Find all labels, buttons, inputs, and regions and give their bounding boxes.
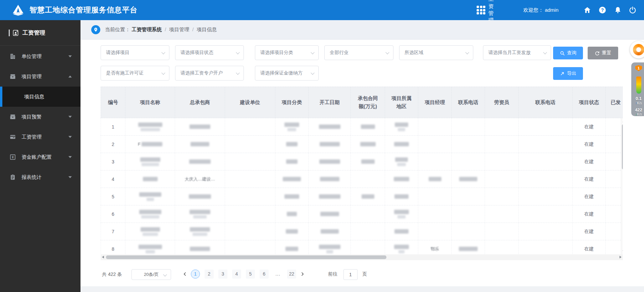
- cell-name: [125, 118, 175, 135]
- help-icon[interactable]: ?: [598, 6, 606, 14]
- table-row[interactable]: 7在建: [101, 223, 623, 240]
- breadcrumb-item[interactable]: 项目信息: [197, 27, 217, 32]
- bell-icon[interactable]: [614, 6, 622, 14]
- table-row[interactable]: 3在建: [101, 153, 623, 171]
- table-row[interactable]: 4大庆入…建设…在建: [101, 171, 623, 188]
- sidebar-item-unit-mgmt[interactable]: 单位管理: [0, 46, 80, 66]
- cell-amount: [351, 188, 385, 205]
- cell-manager_phone: [452, 240, 485, 254]
- power-icon[interactable]: [629, 6, 637, 14]
- vertical-scrollbar[interactable]: [621, 118, 623, 254]
- cell-status: 在建: [573, 171, 606, 188]
- cell-category: [275, 205, 309, 223]
- cell-start_date: [309, 240, 351, 254]
- wallet-icon: [9, 134, 16, 140]
- search-button[interactable]: 查询: [553, 47, 583, 59]
- horizontal-scrollbar[interactable]: [101, 254, 623, 260]
- chevron-down-icon: [385, 50, 389, 54]
- cell-manager_phone: [452, 223, 485, 240]
- page-button-2[interactable]: 2: [205, 270, 214, 279]
- svg-text:¥: ¥: [12, 155, 14, 159]
- filter-select-region[interactable]: 所选区域: [399, 45, 473, 60]
- cell-category: [275, 136, 309, 153]
- breadcrumb-item[interactable]: 项目管理: [169, 27, 189, 32]
- scroll-up-arrow-icon[interactable]: [623, 120, 623, 122]
- sidebar-item-project-alert[interactable]: 项目预警: [0, 107, 80, 127]
- sidebar-item-project-mgmt[interactable]: 项目管理: [0, 66, 80, 87]
- column-header-status: 项目状态: [573, 87, 606, 118]
- cell-region: [385, 223, 418, 240]
- cell-amount: [351, 118, 385, 135]
- cell-start_date: [309, 118, 351, 135]
- page-button-1[interactable]: 1: [191, 270, 200, 279]
- chevron-down-icon: [161, 71, 165, 75]
- export-button[interactable]: 导出: [553, 67, 583, 80]
- cell-manager: [418, 171, 452, 188]
- cell-labor_officer: [485, 205, 519, 223]
- sidebar-item-fund-account-config[interactable]: ¥资金账户配置: [0, 147, 80, 167]
- cell-builder: [225, 240, 275, 254]
- cell-labor_officer: [485, 118, 519, 135]
- project-box-icon: [9, 73, 16, 80]
- page-button-3[interactable]: 3: [218, 270, 227, 279]
- chevron-down-icon: [236, 50, 239, 54]
- upload-speed: 0.1 ↑K/s: [635, 96, 642, 105]
- filter-select-project-category[interactable]: 请选择项目分类: [255, 45, 319, 60]
- next-page-button[interactable]: [299, 269, 306, 279]
- page-size-select[interactable]: 20条/页: [131, 269, 171, 280]
- cell-category: [275, 153, 309, 170]
- column-header-contractor: 总承包商: [175, 87, 225, 118]
- cell-region: [385, 118, 418, 135]
- app-grid-icon: [477, 6, 485, 14]
- filter-select-project[interactable]: 请选择项目: [101, 45, 169, 60]
- home-icon[interactable]: [583, 6, 591, 14]
- cell-amount: [351, 136, 385, 153]
- filter-select-wage-account-open[interactable]: 请选择工资专户开户: [175, 66, 244, 81]
- table-row[interactable]: 6在建: [101, 205, 623, 223]
- vertical-scrollbar-thumb[interactable]: [622, 124, 623, 169]
- cell-region: [385, 240, 418, 254]
- column-header-category: 项目分类: [275, 87, 309, 118]
- chevron-down-icon: [68, 116, 72, 118]
- page-button-6[interactable]: 6: [260, 270, 269, 279]
- page-button-22[interactable]: 22: [287, 270, 296, 279]
- reset-button[interactable]: 重置: [588, 47, 618, 59]
- page-button-4[interactable]: 4: [232, 270, 241, 279]
- shield-badge-icon: 1: [635, 65, 642, 71]
- cell-contractor: [175, 136, 225, 153]
- net-speed-widget[interactable]: 1 0.1 ↑K/s 422 ↓K/s: [631, 62, 644, 116]
- orange-swirl-icon: [633, 44, 644, 55]
- cell-manager_phone: [452, 171, 485, 188]
- scroll-right-arrow-icon[interactable]: [620, 256, 622, 258]
- table-row[interactable]: 1在建: [101, 118, 623, 136]
- cell-manager_phone: [452, 205, 485, 223]
- table-row[interactable]: 2F在建: [101, 136, 623, 153]
- filter-select-month-wage-pay[interactable]: 请选择当月工资发放: [483, 45, 551, 60]
- filter-select-construction-permit[interactable]: 是否有施工许可证: [101, 66, 169, 81]
- goto-page-input[interactable]: [343, 269, 358, 280]
- cell-paid: [606, 118, 623, 135]
- cell-category: [275, 171, 309, 188]
- prev-page-button[interactable]: [181, 269, 189, 279]
- column-header-labor_officer: 劳资员: [485, 87, 519, 118]
- table-row[interactable]: 8鄂乐在建: [101, 240, 623, 254]
- filter-select-industry[interactable]: 全部行业: [324, 45, 393, 60]
- chevron-down-icon: [68, 55, 72, 57]
- cell-labor_phone: [519, 240, 573, 254]
- table-row[interactable]: 5在建: [101, 188, 623, 205]
- filter-select-project-status[interactable]: 请选择项目状态: [175, 45, 244, 60]
- cell-num: 4: [101, 171, 125, 188]
- sidebar-item-project-info[interactable]: 项目信息: [0, 87, 80, 107]
- horizontal-scrollbar-thumb[interactable]: [106, 255, 386, 259]
- scroll-down-arrow-icon[interactable]: [623, 250, 623, 252]
- cell-start_date: [309, 171, 351, 188]
- sidebar-item-wage-mgmt[interactable]: 工资管理: [0, 127, 80, 147]
- cell-labor_officer: [485, 240, 519, 254]
- cell-amount: [351, 240, 385, 254]
- filter-select-deposit-payer[interactable]: 请选择保证金缴纳方: [255, 66, 319, 81]
- scroll-left-arrow-icon[interactable]: [102, 256, 104, 258]
- sidebar-item-report-stats[interactable]: 报表统计: [0, 167, 80, 187]
- total-count: 共 422 条: [102, 272, 122, 278]
- page-button-5[interactable]: 5: [246, 270, 255, 279]
- chevron-down-icon: [68, 136, 72, 138]
